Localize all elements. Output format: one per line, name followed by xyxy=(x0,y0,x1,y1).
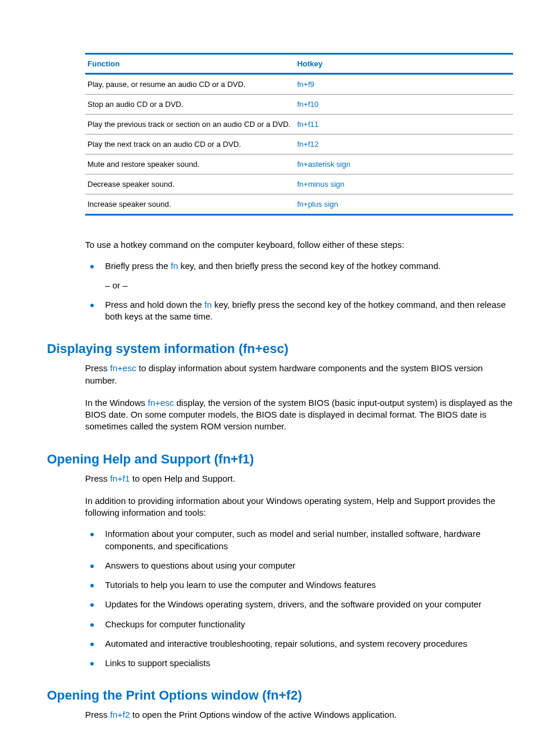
fn-key-text: fn xyxy=(171,261,178,271)
hotkey-text: fn+f2 xyxy=(110,710,130,720)
list-item: Answers to questions about using your co… xyxy=(85,560,513,572)
hotkey-cell: fn+asterisk sign xyxy=(295,154,513,174)
function-cell: Play the previous track or section on an… xyxy=(85,115,295,135)
table-row: Decrease speaker sound.fn+minus sign xyxy=(85,174,513,194)
paragraph: Press fn+esc to display information abou… xyxy=(85,362,513,387)
text-fragment: Press and hold down the xyxy=(105,300,204,310)
function-cell: Play, pause, or resume an audio CD or a … xyxy=(85,74,295,95)
list-item: Information about your computer, such as… xyxy=(85,528,513,552)
text-fragment: Press xyxy=(85,473,110,483)
text-fragment: Briefly press the xyxy=(105,261,171,271)
hotkey-cell: fn+f10 xyxy=(295,95,513,115)
text-fragment: to open the Print Options window of the … xyxy=(130,710,396,720)
or-separator: – or – xyxy=(105,280,513,291)
hotkey-cell: fn+minus sign xyxy=(295,174,513,194)
document-page: Function Hotkey Play, pause, or resume a… xyxy=(0,0,560,746)
help-support-list: Information about your computer, such as… xyxy=(85,528,513,669)
table-row: Play, pause, or resume an audio CD or a … xyxy=(85,74,513,95)
hotkey-cell: fn+f12 xyxy=(295,135,513,154)
list-item: Tutorials to help you learn to use the c… xyxy=(85,579,513,591)
list-item: Checkups for computer functionality xyxy=(85,619,513,630)
table-row: Play the previous track or section on an… xyxy=(85,115,513,135)
function-cell: Play the next track on an audio CD or a … xyxy=(85,135,295,154)
paragraph: Press fn+f1 to open Help and Support. xyxy=(85,473,513,485)
list-item: Updates for the Windows operating system… xyxy=(85,599,513,610)
hotkey-cell: fn+f9 xyxy=(295,74,513,95)
section-body: Press fn+esc to display information abou… xyxy=(85,362,513,432)
text-fragment: In the Windows xyxy=(85,398,148,408)
table-header-function: Function xyxy=(85,54,295,74)
function-cell: Increase speaker sound. xyxy=(85,194,295,215)
hotkey-text: fn+esc xyxy=(148,398,174,408)
section-heading-help-support: Opening Help and Support (fn+f1) xyxy=(47,452,513,467)
hotkey-text: fn+f1 xyxy=(110,473,130,483)
table-row: Play the next track on an audio CD or a … xyxy=(85,135,513,154)
list-item: Automated and interactive troubleshootin… xyxy=(85,638,513,650)
text-fragment: Press xyxy=(85,363,110,373)
table-header-hotkey: Hotkey xyxy=(295,54,513,74)
function-cell: Stop an audio CD or a DVD. xyxy=(85,95,295,115)
function-cell: Decrease speaker sound. xyxy=(85,174,295,194)
section-heading-print-options: Opening the Print Options window (fn+f2) xyxy=(47,688,513,703)
intro-bullets: Briefly press the fn key, and then brief… xyxy=(85,260,513,322)
paragraph: Press fn+f2 to open the Print Options wi… xyxy=(85,709,513,721)
hotkey-text: fn+esc xyxy=(110,363,137,373)
fn-key-text: fn xyxy=(204,300,212,310)
text-fragment: to open Help and Support. xyxy=(130,473,235,483)
table-row: Stop an audio CD or a DVD.fn+f10 xyxy=(85,95,513,115)
section-body: Press fn+f1 to open Help and Support. In… xyxy=(85,473,513,670)
text-fragment: key, and then briefly press the second k… xyxy=(178,261,440,271)
text-fragment: to display information about system hard… xyxy=(85,363,483,385)
list-item: Briefly press the fn key, and then brief… xyxy=(85,260,513,291)
list-item: Press and hold down the fn key, briefly … xyxy=(85,299,513,323)
function-cell: Mute and restore speaker sound. xyxy=(85,154,295,174)
paragraph: In the Windows fn+esc display, the versi… xyxy=(85,397,513,433)
intro-lead: To use a hotkey command on the computer … xyxy=(85,239,513,251)
hotkey-cell: fn+f11 xyxy=(295,115,513,135)
hotkey-cell: fn+plus sign xyxy=(295,194,513,215)
table-container: Function Hotkey Play, pause, or resume a… xyxy=(85,53,513,322)
hotkeys-table: Function Hotkey Play, pause, or resume a… xyxy=(85,53,513,216)
section-body: Press fn+f2 to open the Print Options wi… xyxy=(85,709,513,721)
list-item: Links to support specialists xyxy=(85,657,513,669)
table-row: Mute and restore speaker sound.fn+asteri… xyxy=(85,154,513,174)
section-heading-system-info: Displaying system information (fn+esc) xyxy=(47,341,513,357)
text-fragment: Press xyxy=(85,710,110,720)
paragraph: In addition to providing information abo… xyxy=(85,495,513,519)
table-row: Increase speaker sound.fn+plus sign xyxy=(85,194,513,215)
table-body: Play, pause, or resume an audio CD or a … xyxy=(85,74,513,215)
